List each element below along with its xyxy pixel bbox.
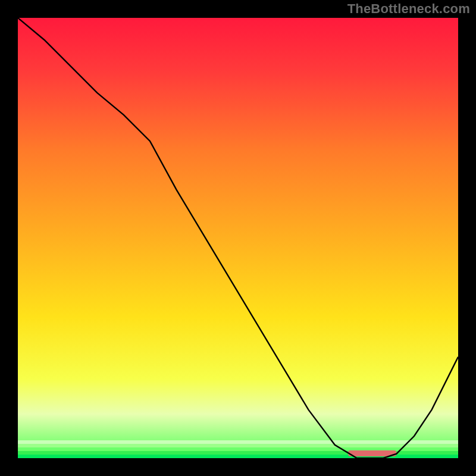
svg-rect-1 [18,444,458,447]
gradient-background [18,18,458,458]
plot-area [18,18,458,458]
chart-frame: TheBottleneck.com [0,0,476,476]
chart-svg [18,18,458,458]
watermark-text: TheBottleneck.com [347,1,470,17]
svg-rect-0 [18,440,458,444]
